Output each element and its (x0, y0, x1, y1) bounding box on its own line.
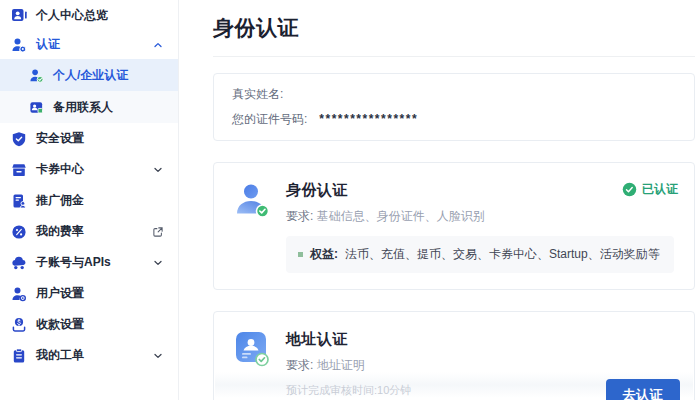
sidebar-item-personal-enterprise-kyc[interactable]: 个人/企业认证 (0, 59, 178, 91)
verified-status-badge: 已认证 (622, 181, 678, 198)
address-requirements: 要求: 地址证明 (286, 357, 676, 374)
sidebar-item-subaccounts-apis[interactable]: 子账号与APIs (0, 247, 178, 278)
address-verification-card: 地址认证 要求: 地址证明 预计完成审核时间:10分钟 去认证 (213, 311, 695, 400)
sidebar-item-card-center[interactable]: 卡券中心 (0, 154, 178, 185)
sidebar-item-my-tickets[interactable]: 我的工单 (0, 340, 178, 371)
id-number-row: 您的证件号码: **************** (232, 111, 676, 127)
sidebar-item-label: 收款设置 (36, 316, 84, 333)
identity-requirements: 要求: 基础信息、身份证件、人脸识别 (286, 208, 676, 225)
account-settings-page: 个人中心总览 认证 个人/企业认证 备用联系人 (0, 0, 700, 400)
chevron-down-icon (152, 350, 164, 362)
sidebar-item-label: 个人/企业认证 (53, 67, 128, 84)
user-check-icon (28, 67, 44, 83)
sidebar-item-label: 卡券中心 (36, 161, 84, 178)
page-title: 身份认证 (213, 14, 695, 42)
sidebar-item-overview[interactable]: 个人中心总览 (0, 0, 178, 30)
verified-status-label: 已认证 (642, 181, 678, 198)
title-divider (213, 56, 695, 57)
requirement-text: 地址证明 (317, 358, 365, 372)
chevron-down-icon (152, 164, 164, 176)
sidebar-item-referral-commission[interactable]: 推广佣金 (0, 185, 178, 216)
identity-card-body: 身份认证 要求: 基础信息、身份证件、人脸识别 权益: 法币、充值、提币、交易、… (286, 180, 676, 273)
rate-icon (11, 224, 27, 240)
sidebar-item-payment-settings[interactable]: 收款设置 (0, 309, 178, 340)
address-card-icon (232, 329, 274, 371)
sidebar-item-backup-contact[interactable]: 备用联系人 (0, 91, 178, 123)
chevron-up-icon (152, 39, 164, 51)
user-card-icon (11, 7, 27, 23)
identity-verification-card: 身份认证 要求: 基础信息、身份证件、人脸识别 权益: 法币、充值、提币、交易、… (213, 162, 695, 290)
commission-icon (11, 193, 27, 209)
sidebar-item-label: 备用联系人 (53, 99, 113, 116)
identity-person-icon (232, 180, 274, 222)
sidebar-item-user-settings[interactable]: 用户设置 (0, 278, 178, 309)
identity-card-title: 身份认证 (286, 181, 676, 200)
benefits-label: 权益: (310, 246, 338, 263)
benefits-box: 权益: 法币、充值、提币、交易、卡券中心、Startup、活动奖励等 (286, 236, 674, 273)
sidebar-item-label: 子账号与APIs (36, 254, 111, 271)
check-circle-icon (622, 182, 637, 197)
sidebar-submenu-verification: 个人/企业认证 备用联系人 (0, 59, 178, 123)
id-number-label: 您的证件号码: (232, 111, 307, 127)
requirement-text: 基础信息、身份证件、人脸识别 (317, 209, 485, 223)
green-square-bullet (298, 252, 303, 257)
shield-icon (11, 131, 27, 147)
id-number-masked-value: **************** (319, 111, 418, 127)
sidebar-item-label: 我的费率 (36, 223, 84, 240)
external-link-icon (152, 226, 164, 238)
sidebar-item-label: 个人中心总览 (36, 7, 108, 24)
subaccount-icon (11, 255, 27, 271)
sidebar-item-label: 安全设置 (36, 130, 84, 147)
chevron-down-icon (152, 257, 164, 269)
sidebar-item-label: 我的工单 (36, 347, 84, 364)
user-settings-icon (11, 286, 27, 302)
address-card-title: 地址认证 (286, 330, 676, 349)
user-badge-icon (11, 37, 27, 53)
sidebar-item-label: 用户设置 (36, 285, 84, 302)
profile-info-box: 真实姓名: 您的证件号码: **************** (213, 73, 695, 141)
ticket-icon (11, 348, 27, 364)
sidebar-item-label: 认证 (36, 36, 60, 53)
benefits-text: 法币、充值、提币、交易、卡券中心、Startup、活动奖励等 (345, 246, 660, 263)
main-content: 身份认证 真实姓名: 您的证件号码: **************** (179, 0, 700, 400)
payment-icon (11, 317, 27, 333)
requirement-label: 要求: (286, 209, 313, 223)
contact-card-icon (28, 99, 44, 115)
store-icon (11, 162, 27, 178)
sidebar-item-my-fee-rate[interactable]: 我的费率 (0, 216, 178, 247)
sidebar-item-verification[interactable]: 认证 (0, 30, 178, 59)
sidebar: 个人中心总览 认证 个人/企业认证 备用联系人 (0, 0, 179, 400)
requirement-label: 要求: (286, 358, 313, 372)
sidebar-item-label: 推广佣金 (36, 192, 84, 209)
sidebar-item-security-settings[interactable]: 安全设置 (0, 123, 178, 154)
go-verify-button[interactable]: 去认证 (606, 379, 681, 400)
real-name-row: 真实姓名: (232, 86, 676, 102)
real-name-label: 真实姓名: (232, 86, 283, 102)
